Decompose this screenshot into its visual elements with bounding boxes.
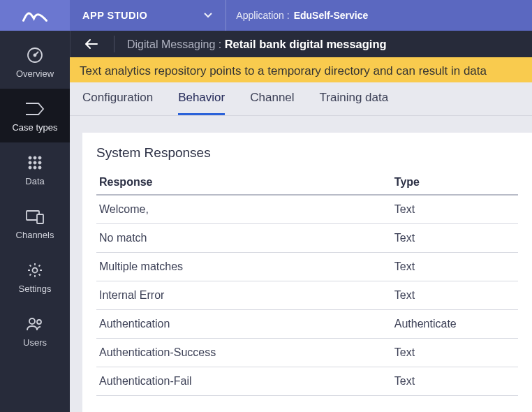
svg-point-7 [38,161,41,164]
breadcrumb-title: Retail bank digital messaging [225,38,387,50]
sidebar-item-label: Overview [16,68,54,79]
tab-training-data[interactable]: Training data [320,91,389,115]
sidebar: OverviewCase typesDataChannelsSettingsUs… [0,31,70,412]
column-header-response: Response [96,170,392,195]
application-name[interactable]: Application : EduSelf-Service [226,10,378,21]
svg-point-8 [29,166,31,169]
sidebar-item-channels[interactable]: Channels [0,196,70,250]
application-prefix: Application : [236,10,289,21]
svg-point-5 [29,161,31,164]
breadcrumb: Digital Messaging : Retail bank digital … [127,38,387,51]
cell-response: Multiple matches [96,253,392,281]
cell-type: Text [392,367,518,396]
svg-point-14 [29,318,35,324]
sidebar-item-case-types[interactable]: Case types [0,89,70,142]
cell-response: Authentication [96,310,392,339]
sidebar-item-label: Case types [12,122,57,133]
svg-point-15 [37,320,41,324]
arrow-left-icon [84,38,98,50]
sidebar-item-label: Channels [16,230,54,240]
tab-configuration[interactable]: Configuration [82,91,153,115]
column-header-type: Type [392,170,518,195]
cell-type: Text [392,281,518,310]
chevron-down-icon [203,10,213,21]
svg-point-2 [29,156,31,159]
sidebar-item-overview[interactable]: Overview [0,35,70,89]
sidebar-item-data[interactable]: Data [0,142,70,196]
users-icon [26,315,44,333]
table-row[interactable]: Welcome,Text [96,195,518,224]
warning-banner: Text analytics repository points to a te… [70,57,532,82]
table-row[interactable]: No matchText [96,224,518,253]
table-row[interactable]: AuthenticationAuthenticate [96,310,518,339]
svg-point-10 [38,166,41,169]
sidebar-item-settings[interactable]: Settings [0,250,70,304]
cell-type: Text [392,195,518,224]
breadcrumb-section: Digital Messaging : [127,38,221,50]
sidebar-item-label: Users [23,337,47,348]
sidebar-item-label: Data [25,176,44,186]
svg-point-4 [38,156,41,159]
svg-point-6 [34,161,36,164]
back-button[interactable] [82,34,101,54]
breadcrumb-bar: Digital Messaging : Retail bank digital … [70,31,532,57]
cell-response: Authentication-Success [96,339,392,367]
responses-panel: System Responses Response Type Welcome,T… [82,133,532,412]
responses-table: Response Type Welcome,TextNo matchTextMu… [96,170,518,396]
studio-switcher[interactable]: APP STUDIO [70,0,226,31]
pega-logo-icon [22,7,47,24]
svg-point-3 [34,156,36,159]
tabs: ConfigurationBehaviorChannelTraining dat… [70,82,532,116]
svg-point-1 [34,54,36,57]
tag-icon [24,100,45,118]
gauge-icon [26,46,44,64]
application-value: EduSelf-Service [294,10,369,21]
sidebar-item-label: Settings [19,284,52,294]
svg-point-9 [34,166,36,169]
tab-behavior[interactable]: Behavior [178,91,225,115]
cell-type: Text [392,253,518,281]
table-row[interactable]: Multiple matchesText [96,253,518,281]
cell-response: No match [96,224,392,253]
svg-rect-12 [37,214,43,223]
grid-icon [27,154,43,172]
cell-type: Text [392,339,518,367]
cell-type: Authenticate [392,310,518,339]
devices-icon [25,207,45,226]
table-row[interactable]: Authentication-FailText [96,367,518,396]
table-row[interactable]: Internal ErrorText [96,281,518,310]
svg-point-13 [33,268,38,273]
studio-label: APP STUDIO [82,10,147,21]
logo[interactable] [0,0,70,31]
gear-icon [27,261,43,279]
table-row[interactable]: Authentication-SuccessText [96,339,518,367]
cell-response: Authentication-Fail [96,367,392,396]
panel-heading: System Responses [96,145,518,161]
main-content: Digital Messaging : Retail bank digital … [70,31,532,412]
cell-response: Internal Error [96,281,392,310]
cell-type: Text [392,224,518,253]
sidebar-item-users[interactable]: Users [0,304,70,358]
tab-channel[interactable]: Channel [250,91,294,115]
cell-response: Welcome, [96,195,392,224]
separator [114,36,114,52]
topbar: APP STUDIO Application : EduSelf-Service [0,0,532,31]
